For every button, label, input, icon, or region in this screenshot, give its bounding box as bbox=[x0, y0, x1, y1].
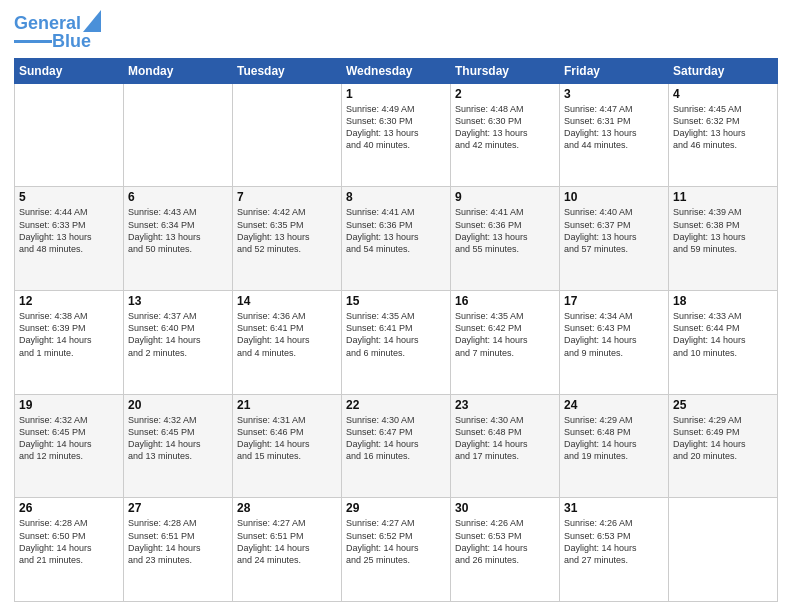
calendar-cell: 9Sunrise: 4:41 AM Sunset: 6:36 PM Daylig… bbox=[451, 187, 560, 291]
day-info: Sunrise: 4:27 AM Sunset: 6:52 PM Dayligh… bbox=[346, 517, 446, 566]
day-number: 10 bbox=[564, 190, 664, 204]
day-number: 3 bbox=[564, 87, 664, 101]
day-number: 30 bbox=[455, 501, 555, 515]
calendar-cell: 18Sunrise: 4:33 AM Sunset: 6:44 PM Dayli… bbox=[669, 291, 778, 395]
day-info: Sunrise: 4:35 AM Sunset: 6:42 PM Dayligh… bbox=[455, 310, 555, 359]
calendar-cell: 17Sunrise: 4:34 AM Sunset: 6:43 PM Dayli… bbox=[560, 291, 669, 395]
day-number: 29 bbox=[346, 501, 446, 515]
week-row-4: 19Sunrise: 4:32 AM Sunset: 6:45 PM Dayli… bbox=[15, 394, 778, 498]
calendar-cell bbox=[15, 83, 124, 187]
day-number: 2 bbox=[455, 87, 555, 101]
calendar-cell: 31Sunrise: 4:26 AM Sunset: 6:53 PM Dayli… bbox=[560, 498, 669, 602]
day-info: Sunrise: 4:41 AM Sunset: 6:36 PM Dayligh… bbox=[455, 206, 555, 255]
day-header-friday: Friday bbox=[560, 58, 669, 83]
logo: General Blue bbox=[14, 10, 101, 52]
day-number: 14 bbox=[237, 294, 337, 308]
day-header-monday: Monday bbox=[124, 58, 233, 83]
svg-marker-0 bbox=[83, 10, 101, 32]
day-info: Sunrise: 4:48 AM Sunset: 6:30 PM Dayligh… bbox=[455, 103, 555, 152]
day-number: 12 bbox=[19, 294, 119, 308]
day-header-thursday: Thursday bbox=[451, 58, 560, 83]
calendar-cell: 14Sunrise: 4:36 AM Sunset: 6:41 PM Dayli… bbox=[233, 291, 342, 395]
day-info: Sunrise: 4:47 AM Sunset: 6:31 PM Dayligh… bbox=[564, 103, 664, 152]
page: General Blue SundayMondayTuesdayWednesda… bbox=[0, 0, 792, 612]
calendar-cell bbox=[669, 498, 778, 602]
calendar-cell: 2Sunrise: 4:48 AM Sunset: 6:30 PM Daylig… bbox=[451, 83, 560, 187]
day-info: Sunrise: 4:30 AM Sunset: 6:47 PM Dayligh… bbox=[346, 414, 446, 463]
day-number: 4 bbox=[673, 87, 773, 101]
day-info: Sunrise: 4:28 AM Sunset: 6:50 PM Dayligh… bbox=[19, 517, 119, 566]
calendar-cell: 20Sunrise: 4:32 AM Sunset: 6:45 PM Dayli… bbox=[124, 394, 233, 498]
calendar-cell: 11Sunrise: 4:39 AM Sunset: 6:38 PM Dayli… bbox=[669, 187, 778, 291]
week-row-3: 12Sunrise: 4:38 AM Sunset: 6:39 PM Dayli… bbox=[15, 291, 778, 395]
calendar-header-row: SundayMondayTuesdayWednesdayThursdayFrid… bbox=[15, 58, 778, 83]
calendar-cell: 26Sunrise: 4:28 AM Sunset: 6:50 PM Dayli… bbox=[15, 498, 124, 602]
week-row-5: 26Sunrise: 4:28 AM Sunset: 6:50 PM Dayli… bbox=[15, 498, 778, 602]
calendar-cell: 16Sunrise: 4:35 AM Sunset: 6:42 PM Dayli… bbox=[451, 291, 560, 395]
logo-triangle-icon bbox=[83, 10, 101, 32]
day-info: Sunrise: 4:44 AM Sunset: 6:33 PM Dayligh… bbox=[19, 206, 119, 255]
calendar-cell: 6Sunrise: 4:43 AM Sunset: 6:34 PM Daylig… bbox=[124, 187, 233, 291]
day-info: Sunrise: 4:26 AM Sunset: 6:53 PM Dayligh… bbox=[564, 517, 664, 566]
calendar-cell: 10Sunrise: 4:40 AM Sunset: 6:37 PM Dayli… bbox=[560, 187, 669, 291]
header: General Blue bbox=[14, 10, 778, 52]
day-info: Sunrise: 4:31 AM Sunset: 6:46 PM Dayligh… bbox=[237, 414, 337, 463]
day-info: Sunrise: 4:36 AM Sunset: 6:41 PM Dayligh… bbox=[237, 310, 337, 359]
day-number: 19 bbox=[19, 398, 119, 412]
day-number: 16 bbox=[455, 294, 555, 308]
calendar-cell: 22Sunrise: 4:30 AM Sunset: 6:47 PM Dayli… bbox=[342, 394, 451, 498]
day-number: 13 bbox=[128, 294, 228, 308]
calendar-table: SundayMondayTuesdayWednesdayThursdayFrid… bbox=[14, 58, 778, 602]
day-number: 24 bbox=[564, 398, 664, 412]
day-number: 31 bbox=[564, 501, 664, 515]
day-info: Sunrise: 4:37 AM Sunset: 6:40 PM Dayligh… bbox=[128, 310, 228, 359]
day-info: Sunrise: 4:45 AM Sunset: 6:32 PM Dayligh… bbox=[673, 103, 773, 152]
day-number: 18 bbox=[673, 294, 773, 308]
day-info: Sunrise: 4:32 AM Sunset: 6:45 PM Dayligh… bbox=[19, 414, 119, 463]
day-info: Sunrise: 4:34 AM Sunset: 6:43 PM Dayligh… bbox=[564, 310, 664, 359]
calendar-cell: 23Sunrise: 4:30 AM Sunset: 6:48 PM Dayli… bbox=[451, 394, 560, 498]
day-info: Sunrise: 4:39 AM Sunset: 6:38 PM Dayligh… bbox=[673, 206, 773, 255]
day-number: 11 bbox=[673, 190, 773, 204]
day-number: 25 bbox=[673, 398, 773, 412]
day-number: 6 bbox=[128, 190, 228, 204]
day-number: 15 bbox=[346, 294, 446, 308]
logo-underline bbox=[14, 40, 52, 43]
day-info: Sunrise: 4:42 AM Sunset: 6:35 PM Dayligh… bbox=[237, 206, 337, 255]
day-info: Sunrise: 4:35 AM Sunset: 6:41 PM Dayligh… bbox=[346, 310, 446, 359]
day-number: 26 bbox=[19, 501, 119, 515]
day-info: Sunrise: 4:33 AM Sunset: 6:44 PM Dayligh… bbox=[673, 310, 773, 359]
day-number: 27 bbox=[128, 501, 228, 515]
calendar-cell: 13Sunrise: 4:37 AM Sunset: 6:40 PM Dayli… bbox=[124, 291, 233, 395]
calendar-cell: 21Sunrise: 4:31 AM Sunset: 6:46 PM Dayli… bbox=[233, 394, 342, 498]
day-number: 21 bbox=[237, 398, 337, 412]
day-info: Sunrise: 4:49 AM Sunset: 6:30 PM Dayligh… bbox=[346, 103, 446, 152]
day-info: Sunrise: 4:38 AM Sunset: 6:39 PM Dayligh… bbox=[19, 310, 119, 359]
calendar-cell: 8Sunrise: 4:41 AM Sunset: 6:36 PM Daylig… bbox=[342, 187, 451, 291]
day-number: 22 bbox=[346, 398, 446, 412]
day-info: Sunrise: 4:29 AM Sunset: 6:48 PM Dayligh… bbox=[564, 414, 664, 463]
day-number: 23 bbox=[455, 398, 555, 412]
day-header-tuesday: Tuesday bbox=[233, 58, 342, 83]
calendar-cell: 5Sunrise: 4:44 AM Sunset: 6:33 PM Daylig… bbox=[15, 187, 124, 291]
calendar-cell: 28Sunrise: 4:27 AM Sunset: 6:51 PM Dayli… bbox=[233, 498, 342, 602]
day-info: Sunrise: 4:29 AM Sunset: 6:49 PM Dayligh… bbox=[673, 414, 773, 463]
calendar-cell: 7Sunrise: 4:42 AM Sunset: 6:35 PM Daylig… bbox=[233, 187, 342, 291]
calendar-cell: 4Sunrise: 4:45 AM Sunset: 6:32 PM Daylig… bbox=[669, 83, 778, 187]
calendar-cell: 27Sunrise: 4:28 AM Sunset: 6:51 PM Dayli… bbox=[124, 498, 233, 602]
day-number: 1 bbox=[346, 87, 446, 101]
week-row-2: 5Sunrise: 4:44 AM Sunset: 6:33 PM Daylig… bbox=[15, 187, 778, 291]
day-info: Sunrise: 4:30 AM Sunset: 6:48 PM Dayligh… bbox=[455, 414, 555, 463]
day-number: 20 bbox=[128, 398, 228, 412]
day-info: Sunrise: 4:26 AM Sunset: 6:53 PM Dayligh… bbox=[455, 517, 555, 566]
calendar-cell bbox=[124, 83, 233, 187]
calendar-cell: 24Sunrise: 4:29 AM Sunset: 6:48 PM Dayli… bbox=[560, 394, 669, 498]
calendar-cell: 19Sunrise: 4:32 AM Sunset: 6:45 PM Dayli… bbox=[15, 394, 124, 498]
day-number: 5 bbox=[19, 190, 119, 204]
day-info: Sunrise: 4:43 AM Sunset: 6:34 PM Dayligh… bbox=[128, 206, 228, 255]
day-number: 17 bbox=[564, 294, 664, 308]
day-header-wednesday: Wednesday bbox=[342, 58, 451, 83]
day-header-sunday: Sunday bbox=[15, 58, 124, 83]
calendar-cell: 15Sunrise: 4:35 AM Sunset: 6:41 PM Dayli… bbox=[342, 291, 451, 395]
day-info: Sunrise: 4:27 AM Sunset: 6:51 PM Dayligh… bbox=[237, 517, 337, 566]
